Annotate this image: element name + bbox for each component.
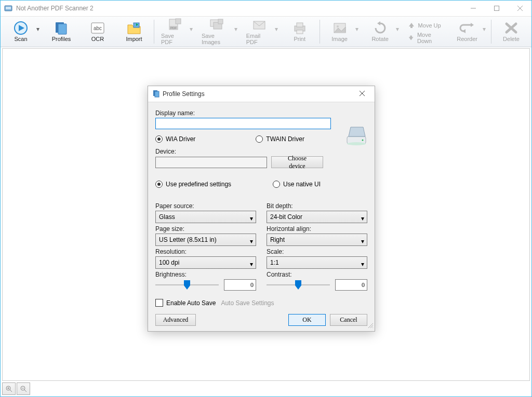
import-icon	[126, 21, 142, 35]
choose-device-button[interactable]: Choose device	[271, 156, 323, 168]
bit-depth-label: Bit depth:	[267, 202, 367, 210]
dialog-titlebar: Profile Settings	[148, 86, 375, 102]
svg-point-48	[347, 142, 366, 145]
svg-text:abc: abc	[94, 25, 102, 31]
advanced-button[interactable]: Advanced	[155, 314, 196, 326]
zoom-out-button[interactable]	[17, 382, 30, 395]
image-icon	[331, 21, 348, 35]
close-button[interactable]	[508, 1, 531, 16]
rotate-button[interactable]: Rotate ▾	[363, 18, 402, 46]
window-title: Not Another PDF Scanner 2	[16, 5, 94, 12]
rotate-icon	[372, 21, 389, 35]
move-up-button[interactable]: Move Up	[406, 19, 446, 32]
enable-auto-save-checkbox[interactable]: Enable Auto Save	[155, 299, 216, 307]
scale-combo[interactable]: 1:1▾	[267, 256, 367, 269]
print-icon	[291, 21, 308, 35]
import-button[interactable]: Import	[116, 18, 152, 46]
image-button[interactable]: Image ▾	[322, 18, 362, 46]
svg-marker-33	[462, 29, 466, 33]
svg-rect-1	[6, 7, 11, 9]
resolution-combo[interactable]: 100 dpi▾	[155, 256, 256, 269]
svg-marker-28	[409, 23, 414, 26]
horizontal-align-label: Horizontal align:	[267, 225, 367, 232]
page-size-label: Page size:	[155, 225, 256, 232]
svg-rect-29	[410, 26, 413, 28]
svg-line-54	[373, 327, 373, 328]
auto-save-settings-link[interactable]: Auto Save Settings	[221, 299, 274, 307]
maximize-button[interactable]	[485, 1, 508, 16]
svg-point-26	[337, 25, 339, 28]
twain-driver-radio[interactable]: TWAIN Driver	[256, 135, 304, 143]
email-pdf-button[interactable]: Email PDF ▾	[242, 18, 281, 46]
svg-rect-20	[218, 19, 223, 24]
move-down-button[interactable]: Move Down	[406, 32, 446, 44]
chevron-down-icon: ▾	[250, 261, 253, 268]
page-size-combo[interactable]: US Letter (8.5x11 in)▾	[155, 234, 256, 246]
chevron-down-icon: ▾	[361, 238, 364, 245]
chevron-down-icon[interactable]: ▾	[36, 25, 41, 33]
svg-rect-9	[58, 24, 66, 34]
svg-marker-32	[471, 23, 474, 27]
brightness-slider[interactable]	[155, 279, 219, 291]
paper-source-label: Paper source:	[155, 202, 256, 210]
titlebar: Not Another PDF Scanner 2	[1, 1, 531, 17]
app-icon	[4, 4, 12, 12]
print-button[interactable]: Print	[282, 18, 317, 46]
chevron-down-icon[interactable]: ▾	[275, 25, 279, 33]
display-name-input[interactable]	[155, 118, 331, 129]
reorder-button[interactable]: Reorder ▾	[449, 18, 489, 46]
chevron-down-icon[interactable]: ▾	[190, 25, 194, 33]
profile-settings-dialog: Profile Settings Display name: WIA Drive…	[148, 86, 375, 332]
native-ui-radio[interactable]: Use native UI	[273, 181, 321, 188]
scanner-icon	[345, 124, 367, 147]
chevron-down-icon[interactable]: ▾	[234, 25, 238, 33]
email-pdf-icon	[251, 18, 268, 32]
svg-line-41	[24, 390, 26, 392]
bit-depth-combo[interactable]: 24-bit Color▾	[267, 211, 367, 223]
dialog-close-button[interactable]	[354, 90, 370, 98]
paper-source-combo[interactable]: Glass▾	[155, 211, 256, 223]
scan-button[interactable]: Scan ▾	[3, 18, 43, 46]
display-name-label: Display name:	[155, 109, 367, 117]
profiles-button[interactable]: Profiles	[44, 18, 79, 46]
resolution-label: Resolution:	[155, 248, 256, 255]
svg-marker-27	[377, 21, 380, 25]
resize-grip-icon[interactable]	[367, 322, 374, 330]
chevron-down-icon[interactable]: ▾	[355, 25, 360, 33]
contrast-value[interactable]	[335, 279, 367, 291]
svg-rect-17	[176, 19, 181, 24]
svg-point-49	[362, 140, 364, 141]
dialog-title: Profile Settings	[163, 90, 205, 98]
chevron-down-icon: ▾	[250, 238, 253, 245]
horizontal-align-combo[interactable]: Right▾	[267, 234, 367, 246]
svg-line-37	[10, 390, 12, 392]
scale-label: Scale:	[267, 248, 367, 255]
chevron-down-icon[interactable]: ▾	[396, 25, 400, 33]
brightness-label: Brightness:	[155, 271, 256, 278]
save-images-icon	[208, 18, 225, 32]
zoom-in-button[interactable]	[2, 382, 16, 395]
main-window: Not Another PDF Scanner 2 Scan ▾ Profile…	[0, 0, 532, 397]
ocr-icon: abc	[89, 21, 106, 35]
ocr-button[interactable]: abc OCR	[80, 18, 115, 46]
chevron-down-icon: ▾	[361, 215, 364, 222]
svg-marker-31	[408, 37, 413, 40]
cancel-button[interactable]: Cancel	[330, 314, 367, 326]
device-input	[155, 157, 267, 168]
save-images-button[interactable]: Save Images ▾	[197, 18, 241, 46]
brightness-value[interactable]	[224, 279, 256, 291]
ok-button[interactable]: OK	[288, 314, 326, 326]
save-pdf-button[interactable]: PDF Save PDF ▾	[156, 18, 196, 46]
svg-marker-51	[295, 280, 301, 290]
svg-rect-44	[155, 91, 159, 97]
reorder-icon	[459, 21, 475, 35]
toolbar: Scan ▾ Profiles abc OCR Import PDF Save …	[1, 17, 531, 47]
predefined-settings-radio[interactable]: Use predefined settings	[155, 181, 231, 188]
contrast-label: Contrast:	[267, 271, 367, 278]
contrast-slider[interactable]	[267, 279, 330, 291]
wia-driver-radio[interactable]: WIA Driver	[155, 135, 195, 143]
svg-text:PDF: PDF	[170, 26, 177, 30]
delete-button[interactable]: Delete	[494, 18, 529, 46]
minimize-button[interactable]	[461, 1, 485, 16]
chevron-down-icon[interactable]: ▾	[483, 25, 487, 33]
